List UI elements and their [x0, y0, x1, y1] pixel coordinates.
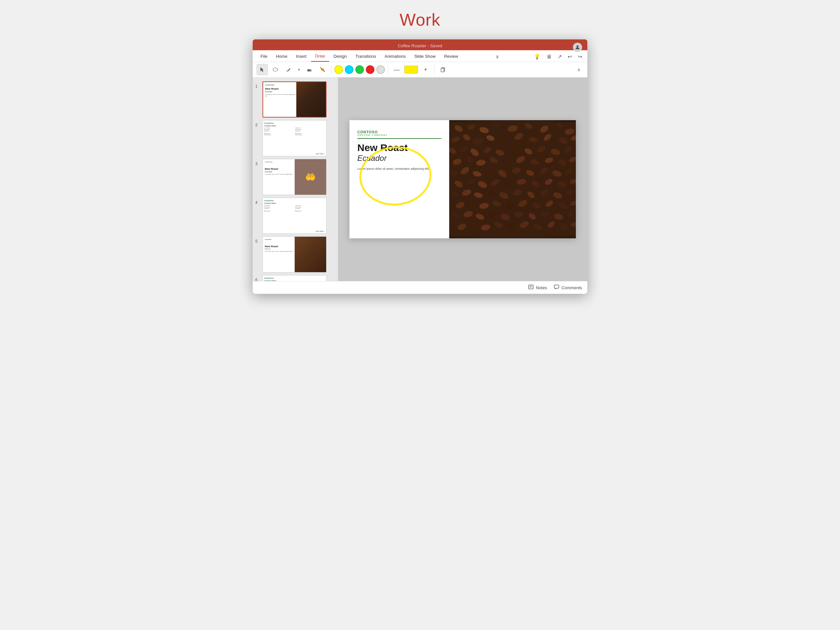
title-bar: Coffee Roaster - Saved — [253, 40, 587, 50]
thumb3-body: Lorem ipsum dolor sit amet, consectetur … — [265, 174, 294, 175]
thumb2-label: Comparison — [264, 122, 325, 124]
thumb1-brand: CONTOSO — [265, 84, 296, 86]
thumb5-body: Lorem ipsum dolor sit amet, consectetur … — [265, 251, 294, 252]
brand-divider — [357, 138, 441, 139]
slide-body: Lorem ipsum dolor sit amet, consectetur … — [357, 167, 441, 171]
line-tool[interactable]: — — [391, 64, 402, 75]
menu-review[interactable]: Review — [440, 52, 462, 62]
user-avatar[interactable] — [573, 43, 582, 52]
main-slide: E CONTOSO COFFEE COMPANY New Roast Ecuad… — [349, 120, 576, 238]
slide-thumb-img-5: CONTOSO New Roast Kenya Lorem ipsum dolo… — [262, 236, 327, 272]
menu-draw[interactable]: Draw — [311, 52, 329, 62]
slide-number-6: 6 — [255, 275, 261, 281]
document-title: Coffee Roaster - Saved — [398, 43, 442, 48]
slide-number-5: 5 — [255, 236, 261, 244]
brand-name: CONTOSO — [357, 130, 441, 134]
thumb6-company: Company Name — [264, 280, 325, 281]
undo-icon[interactable]: ↩ — [566, 52, 573, 61]
ribbon-tools: ▼ — [253, 62, 587, 78]
color-green[interactable] — [355, 65, 364, 74]
color-yellow[interactable] — [334, 65, 343, 74]
thumb3-subtitle: Sumatra — [265, 171, 294, 173]
thumb6-label: Comparison — [264, 277, 325, 279]
slide-thumb-img-3: CONTOSO New Roast Sumatra Lorem ipsum do… — [262, 159, 327, 195]
ribbon-right-icons: 💡 🖥 ↗ ↩ ↪ — [532, 52, 583, 61]
slide-thumb-img-6: Comparison Company Name Lorem ipsumdolor… — [262, 275, 327, 281]
slide-thumb-img-4: Comparison Company Name Lorem ipsumdolor… — [262, 198, 327, 234]
lightbulb-icon[interactable]: 💡 — [532, 52, 542, 61]
thumb4-footer: NEXT PAGE > — [316, 231, 325, 232]
redo-icon[interactable]: ↪ — [576, 52, 583, 61]
share-icon[interactable]: ↗ — [556, 52, 563, 61]
thumb5-coffee-img — [295, 237, 327, 272]
thumb1-body: Lorem ipsum dolor sit amet, consectetur … — [265, 93, 296, 97]
slide-right-panel — [449, 120, 576, 238]
svg-point-0 — [576, 45, 578, 47]
pen-tool[interactable] — [283, 64, 294, 75]
menu-slideshow[interactable]: Slide Show — [410, 52, 439, 62]
slide-thumbnail-4[interactable]: 4 Comparison Company Name Lorem ipsumdol… — [253, 196, 338, 235]
main-area: 1 CONTOSO New Roast Ecuador Lorem ipsum … — [253, 78, 587, 281]
divider-1 — [331, 65, 332, 74]
thumb5-subtitle: Kenya — [265, 248, 294, 250]
collapse-ribbon-btn[interactable]: ∧ — [574, 65, 583, 74]
add-tool[interactable]: + — [420, 64, 431, 75]
color-none[interactable] — [376, 65, 385, 74]
slide-left-panel: CONTOSO COFFEE COMPANY New Roast Ecuador… — [349, 120, 449, 238]
slide-panel[interactable]: 1 CONTOSO New Roast Ecuador Lorem ipsum … — [253, 78, 338, 281]
comments-label: Comments — [561, 285, 582, 290]
thumb5-brand: CONTOSO — [265, 239, 294, 240]
svg-rect-109 — [529, 285, 533, 289]
slide-thumbnail-6[interactable]: 6 Comparison Company Name Lorem ipsumdol… — [253, 274, 338, 281]
copy-tool[interactable] — [437, 64, 448, 75]
menu-animations[interactable]: Animations — [381, 52, 409, 62]
svg-rect-8 — [441, 68, 444, 72]
svg-rect-3 — [308, 69, 309, 71]
app-window: Coffee Roaster - Saved File Home Insert … — [253, 40, 587, 294]
slide-title: New Roast — [357, 142, 441, 153]
eraser-tool[interactable] — [304, 64, 315, 75]
notes-label: Notes — [536, 285, 547, 290]
slide-number-4: 4 — [255, 198, 261, 205]
pen-dropdown[interactable]: ▼ — [296, 64, 302, 75]
thumb1-subtitle: Ecuador — [265, 90, 296, 93]
color-red[interactable] — [366, 65, 374, 74]
menu-transitions[interactable]: Transitions — [351, 52, 380, 62]
thumb5-title: New Roast — [265, 245, 294, 248]
slide-thumb-img-1: CONTOSO New Roast Ecuador Lorem ipsum do… — [262, 81, 327, 117]
slide-thumbnail-3[interactable]: 3 CONTOSO New Roast Sumatra Lorem ipsum … — [253, 158, 338, 196]
ribbon: File Home Insert Draw Design Transitions… — [253, 50, 587, 78]
color-swatch-yellow[interactable] — [404, 66, 418, 74]
notes-button[interactable]: Notes — [528, 284, 547, 291]
highlighter-eraser-tool[interactable] — [317, 64, 328, 75]
slide-thumbnail-5[interactable]: 5 CONTOSO New Roast Kenya Lorem ipsum do… — [253, 235, 338, 274]
bottom-bar: Notes Comments — [253, 281, 587, 294]
thumb4-label: Comparison — [264, 199, 325, 201]
slide-thumbnail-2[interactable]: 2 Comparison Company Name Lorem ipsumdol… — [253, 119, 338, 158]
color-cyan[interactable] — [345, 65, 354, 74]
comments-button[interactable]: Comments — [554, 284, 582, 291]
menu-more-icon[interactable]: ∨ — [493, 52, 502, 61]
page-title: Work — [399, 10, 441, 30]
svg-point-1 — [273, 68, 278, 71]
slide-thumbnail-1[interactable]: 1 CONTOSO New Roast Ecuador Lorem ipsum … — [253, 80, 338, 119]
slide-number-1: 1 — [255, 81, 261, 89]
menu-insert[interactable]: Insert — [292, 52, 311, 62]
lasso-tool[interactable] — [270, 64, 281, 75]
thumb2-company: Company Name — [264, 125, 325, 127]
thumb3-hands-img: 🤲 — [295, 159, 327, 195]
thumb2-footer: NEXT PAGE > — [316, 153, 325, 155]
menu-home[interactable]: Home — [272, 52, 291, 62]
menu-file[interactable]: File — [257, 52, 272, 62]
cursor-tool[interactable] — [257, 64, 268, 75]
present-icon[interactable]: 🖥 — [545, 52, 553, 61]
slide-thumb-img-2: Comparison Company Name Lorem ipsumdolor… — [262, 120, 327, 156]
slide-canvas: E CONTOSO COFFEE COMPANY New Roast Ecuad… — [338, 78, 587, 281]
thumb3-title: New Roast — [265, 168, 294, 171]
brand-subtitle: COFFEE COMPANY — [357, 134, 441, 136]
notes-icon — [528, 284, 534, 291]
thumb4-company: Company Name — [264, 202, 325, 204]
menu-design[interactable]: Design — [330, 52, 351, 62]
divider-2 — [388, 65, 388, 74]
thumb3-brand: CONTOSO — [265, 161, 294, 163]
